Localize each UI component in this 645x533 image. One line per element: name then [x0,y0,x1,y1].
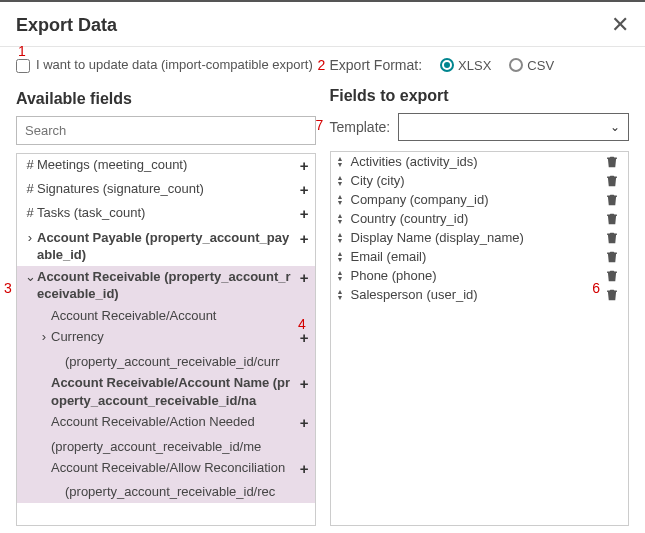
field-label: Account Receivable/Account [51,307,311,325]
add-field-icon[interactable]: + [295,268,311,288]
format-xlsx-label: XLSX [458,58,491,73]
export-field-label: Company (company_id) [351,192,607,207]
drag-handle-icon[interactable]: ▲▼ [337,289,351,301]
drag-handle-icon[interactable]: ▲▼ [337,213,351,225]
add-field-icon[interactable]: + [295,229,311,249]
tree-row[interactable]: (property_account_receivable_id/rec [17,481,315,503]
field-label: Account Receivable/Account Name (propert… [51,374,295,409]
field-type-icon: # [23,156,37,174]
trash-icon[interactable] [606,193,622,206]
drag-handle-icon[interactable]: ▲▼ [337,156,351,168]
trash-icon[interactable] [606,231,622,244]
export-field-row[interactable]: ▲▼Display Name (display_name) [331,228,629,247]
tree-row[interactable]: Account Receivable/Account Name (propert… [17,372,315,411]
trash-icon[interactable] [606,269,622,282]
export-field-label: City (city) [351,173,607,188]
field-type-icon: # [23,180,37,198]
tree-row[interactable]: #Meetings (meeting_count)+ [17,154,315,178]
available-fields-title: Available fields [16,90,316,108]
search-input[interactable] [16,116,316,145]
radio-dot-icon [509,58,523,72]
update-data-label: I want to update data (import-compatible… [36,57,313,74]
format-xlsx-radio[interactable]: XLSX [440,58,491,73]
callout-7: 7 [316,117,324,133]
tree-row[interactable]: Account Receivable/Action Needed+ [17,411,315,435]
tree-row[interactable]: #Signatures (signature_count)+ [17,178,315,202]
template-select[interactable]: ⌄ [398,113,629,141]
field-label: Signatures (signature_count) [37,180,295,198]
field-label: Meetings (meeting_count) [37,156,295,174]
tree-row[interactable]: ›Currency+ [17,326,315,350]
fields-to-export-list[interactable]: 5 6 ▲▼Activities (activity_ids)▲▼City (c… [330,151,630,526]
trash-icon[interactable] [606,174,622,187]
tree-row[interactable]: ⌄Account Receivable (property_account_re… [17,266,315,305]
trash-icon[interactable] [606,155,622,168]
add-field-icon[interactable]: + [295,328,311,348]
add-field-icon[interactable]: + [295,374,311,394]
export-field-label: Display Name (display_name) [351,230,607,245]
expand-icon[interactable]: ⌄ [23,268,37,286]
export-field-row[interactable]: ▲▼Country (country_id) [331,209,629,228]
export-field-row[interactable]: ▲▼Email (email) [331,247,629,266]
export-field-label: Activities (activity_ids) [351,154,607,169]
drag-handle-icon[interactable]: ▲▼ [337,270,351,282]
drag-handle-icon[interactable]: ▲▼ [337,251,351,263]
add-field-icon[interactable]: + [295,180,311,200]
update-data-checkbox[interactable] [16,59,30,73]
export-field-label: Email (email) [351,249,607,264]
field-type-icon: # [23,204,37,222]
add-field-icon[interactable]: + [295,204,311,224]
tree-row[interactable]: Account Receivable/Account [17,305,315,327]
field-label: (property_account_receivable_id/me [51,438,311,456]
tree-row[interactable]: (property_account_receivable_id/me [17,436,315,458]
drag-handle-icon[interactable]: ▲▼ [337,194,351,206]
trash-icon[interactable] [606,288,622,301]
field-label: (property_account_receivable_id/rec [65,483,311,501]
export-field-row[interactable]: ▲▼Phone (phone) [331,266,629,285]
page-title: Export Data [16,15,117,36]
radio-dot-icon [440,58,454,72]
field-label: Tasks (task_count) [37,204,295,222]
field-label: Account Payable (property_account_payabl… [37,229,295,264]
drag-handle-icon[interactable]: ▲▼ [337,175,351,187]
export-field-row[interactable]: ▲▼Company (company_id) [331,190,629,209]
trash-icon[interactable] [606,212,622,225]
format-csv-radio[interactable]: CSV [509,58,554,73]
format-csv-label: CSV [527,58,554,73]
field-label: (property_account_receivable_id/curr [65,353,311,371]
trash-icon[interactable] [606,250,622,263]
available-fields-tree[interactable]: #Meetings (meeting_count)+#Signatures (s… [16,153,316,526]
expand-icon[interactable]: › [23,229,37,247]
field-label: Account Receivable (property_account_rec… [37,268,295,303]
drag-handle-icon[interactable]: ▲▼ [337,232,351,244]
export-field-label: Phone (phone) [351,268,607,283]
tree-row[interactable]: Account Receivable/Allow Reconciliation+ [17,457,315,481]
fields-to-export-title: Fields to export [330,87,630,105]
export-field-label: Salesperson (user_id) [351,287,607,302]
template-label: Template: [330,119,391,135]
add-field-icon[interactable]: + [295,413,311,433]
export-field-row[interactable]: ▲▼City (city) [331,171,629,190]
callout-2: 2 [318,57,326,73]
tree-row[interactable]: ›Account Payable (property_account_payab… [17,227,315,266]
export-format-label: Export Format: [330,57,423,73]
chevron-down-icon: ⌄ [610,120,620,134]
add-field-icon[interactable]: + [295,459,311,479]
field-label: Currency [51,328,295,346]
tree-row[interactable]: (property_account_receivable_id/curr [17,351,315,373]
export-field-label: Country (country_id) [351,211,607,226]
expand-icon[interactable]: › [37,328,51,346]
tree-row[interactable]: #Tasks (task_count)+ [17,202,315,226]
field-label: Account Receivable/Action Needed [51,413,295,431]
add-field-icon[interactable]: + [295,156,311,176]
field-label: Account Receivable/Allow Reconciliation [51,459,295,477]
export-field-row[interactable]: ▲▼Salesperson (user_id) [331,285,629,304]
close-icon[interactable]: ✕ [611,14,629,36]
export-field-row[interactable]: ▲▼Activities (activity_ids) [331,152,629,171]
